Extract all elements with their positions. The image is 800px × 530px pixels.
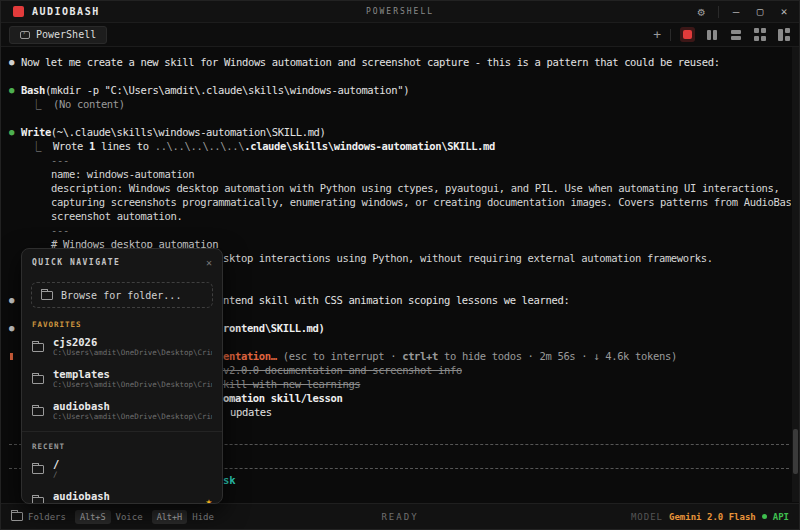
quick-navigate-panel: QUICK NAVIGATE ✕ Browse for folder... FA…: [21, 248, 223, 504]
status-bar: Folders Alt+S Voice Alt+H Hide READY MOD…: [1, 503, 799, 529]
folder-icon: [32, 375, 44, 384]
folder-path: C:\Users\amdit\OneDrive\Desktop\Crimes\p…: [53, 380, 212, 390]
layout-grid-alt-icon[interactable]: [776, 27, 791, 42]
terminal-content-line: capturing screenshots programmatically, …: [1, 195, 791, 209]
tabbar-divider: [670, 29, 671, 41]
layout-split-columns-icon[interactable]: [704, 27, 719, 42]
folder-icon: [41, 291, 53, 300]
model-label: MODEL: [631, 512, 663, 522]
api-status-label: API: [773, 512, 789, 522]
recent-section-label: RECENT: [22, 432, 222, 453]
browse-label: Browse for folder...: [61, 290, 181, 301]
folder-path: C:\Users\amdit\OneDrive\Desktop\Crimes\p…: [53, 348, 212, 358]
terminal-line-write: ●Write(~\.claude\skills\windows-automati…: [1, 125, 791, 139]
folders-button[interactable]: Folders: [11, 512, 66, 522]
bullet-icon: ●: [9, 293, 14, 307]
terminal-line: ●Now let me create a new skill for Windo…: [1, 55, 791, 69]
hide-toggle[interactable]: Alt+H Hide: [152, 510, 214, 524]
voice-label: Voice: [116, 512, 143, 522]
folder-path: C:\Users\amdit\OneDrive\Desktop\Crimes\p…: [53, 502, 196, 504]
terminal-content-line: screenshot automation.: [1, 209, 791, 223]
bullet-icon: ●: [9, 321, 14, 335]
folder-name: audiobash: [53, 490, 196, 502]
terminal-content-line: description: Windows desktop automation …: [1, 181, 791, 195]
folder-name: /: [53, 458, 212, 470]
terminal-icon: [20, 31, 30, 39]
scrollbar-track[interactable]: [792, 47, 799, 502]
terminal-line-bash: ●Bash(mkdir -p "C:\Users\amdit\.claude\s…: [1, 83, 791, 97]
star-icon[interactable]: ★: [205, 495, 212, 505]
folder-name: audiobash: [53, 400, 212, 412]
new-tab-button[interactable]: +: [653, 27, 661, 42]
folder-path: C:\Users\amdit\OneDrive\Desktop\Crimes\p…: [53, 412, 212, 422]
terminal-content-line: name: windows-automation: [1, 167, 791, 181]
app-logo-icon: [13, 6, 24, 17]
terminal-content-line: ---: [1, 223, 791, 237]
hide-label: Hide: [192, 512, 214, 522]
voice-shortcut-badge: Alt+S: [75, 510, 111, 524]
quick-navigate-header: QUICK NAVIGATE ✕: [22, 249, 222, 274]
folder-icon: [11, 512, 23, 521]
folders-label: Folders: [28, 512, 66, 522]
folder-name: templates: [53, 368, 212, 380]
tab-label: PowerShell: [36, 29, 96, 40]
layout-split-rows-icon[interactable]: [728, 27, 743, 42]
folder-path: /: [53, 470, 212, 480]
voice-toggle[interactable]: Alt+S Voice: [75, 510, 143, 524]
app-window: AUDIOBASH POWERSHELL ⚙ – ▢ ✕ PowerShell …: [0, 0, 800, 530]
tab-powershell[interactable]: PowerShell: [9, 26, 107, 44]
tab-bar: PowerShell +: [1, 23, 799, 47]
model-selector[interactable]: Gemini 2.0 Flash: [669, 512, 756, 522]
hide-shortcut-badge: Alt+H: [152, 510, 188, 524]
titlebar-divider: [718, 6, 719, 18]
favorite-item-cjs2026[interactable]: cjs2026 C:\Users\amdit\OneDrive\Desktop\…: [22, 331, 222, 363]
window-subtitle: POWERSHELL: [1, 7, 799, 16]
scrollbar-thumb[interactable]: [793, 429, 798, 474]
folder-icon: [32, 465, 44, 474]
bullet-icon: ●: [9, 83, 14, 97]
terminal-content-line: ---: [1, 153, 791, 167]
title-bar: AUDIOBASH POWERSHELL ⚙ – ▢ ✕: [1, 1, 799, 23]
spinner-icon: [10, 353, 13, 360]
folder-icon: [32, 343, 44, 352]
input-hint-text: sk: [223, 474, 236, 486]
folder-name: cjs2026: [53, 336, 212, 348]
recent-item-root[interactable]: / /: [22, 453, 222, 485]
favorite-item-audiobash[interactable]: audiobash C:\Users\amdit\OneDrive\Deskto…: [22, 395, 222, 427]
close-window-button[interactable]: ✕: [777, 1, 791, 23]
layout-single-pane-icon[interactable]: [680, 27, 695, 42]
quick-navigate-title: QUICK NAVIGATE: [32, 258, 120, 267]
terminal-result-line: ⎿ (No content): [1, 97, 791, 111]
favorites-section-label: FAVORITES: [22, 310, 222, 331]
terminal-result-line: ⎿ Wrote 1 lines to ..\..\..\..\..\.claud…: [1, 139, 791, 153]
bullet-icon: ●: [9, 125, 14, 139]
settings-gear-icon[interactable]: ⚙: [694, 1, 708, 23]
minimize-button[interactable]: –: [729, 1, 743, 23]
folder-icon: [32, 407, 44, 416]
api-status-dot: [762, 514, 767, 519]
maximize-button[interactable]: ▢: [753, 1, 767, 23]
folder-icon: [32, 497, 44, 505]
bullet-icon: ●: [9, 55, 14, 69]
app-title: AUDIOBASH: [32, 6, 100, 17]
close-icon[interactable]: ✕: [206, 257, 212, 268]
layout-grid-icon[interactable]: [752, 27, 767, 42]
browse-for-folder-button[interactable]: Browse for folder...: [31, 282, 213, 308]
favorite-item-templates[interactable]: templates C:\Users\amdit\OneDrive\Deskto…: [22, 363, 222, 395]
recent-item-audiobash[interactable]: audiobash C:\Users\amdit\OneDrive\Deskto…: [22, 485, 222, 504]
